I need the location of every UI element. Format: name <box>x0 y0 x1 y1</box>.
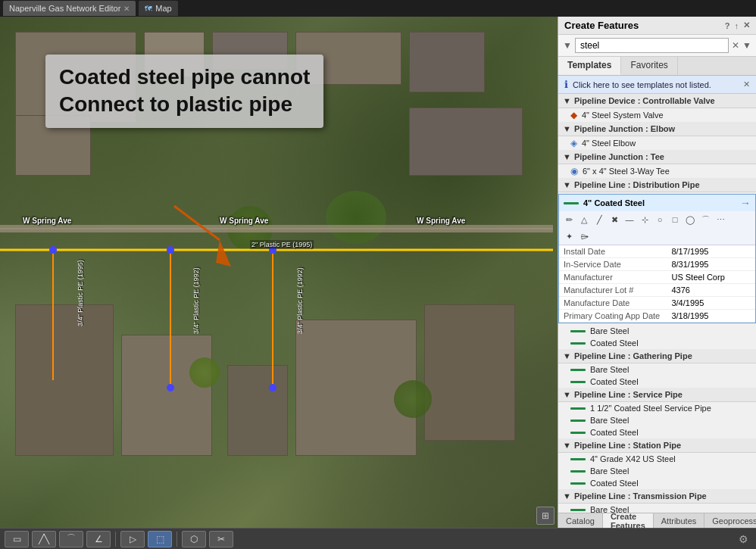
item-label-bare-steel-serv: Bare Steel <box>590 416 629 425</box>
toolbar-triangle[interactable]: △ <box>577 213 591 226</box>
tool-split[interactable]: ✂ <box>209 531 233 547</box>
toolbar-more[interactable]: ⋯ <box>714 213 727 226</box>
attr-row-install-date: Install Date 8/17/1995 <box>559 245 755 258</box>
tab-catalog[interactable]: Catalog <box>558 513 603 528</box>
search-input[interactable] <box>575 38 729 53</box>
toolbar-pencil[interactable]: ✏ <box>562 213 576 226</box>
tool-angle[interactable]: ∠ <box>86 531 111 547</box>
item-coated-steel-service-1-5[interactable]: 1 1/2" Coated Steel Service Pipe <box>558 402 756 414</box>
item-coated-steel-stat[interactable]: Coated Steel <box>558 477 756 489</box>
map-tab[interactable]: 🗺 Map <box>139 1 177 16</box>
map-area[interactable]: 3/4" Plastic PE (1995) 3/4" Plastic PE (… <box>0 17 558 528</box>
line-icon-coated-stat <box>570 482 586 485</box>
tab-geoprocessing[interactable]: Geoprocessing <box>704 513 756 528</box>
toolbar-circle[interactable]: ○ <box>653 213 667 226</box>
attr-label-mfr-date: Manufacture Date <box>559 297 667 310</box>
expanded-header-4in-coated-steel[interactable]: 4" Coated Steel → <box>559 195 755 211</box>
tool-line[interactable]: ╱╲ <box>32 531 56 547</box>
group-label-tee: Pipeline Junction : Tee <box>574 152 664 161</box>
item-label-bare-steel-gath: Bare Steel <box>590 365 629 374</box>
editor-tab[interactable]: Naperville Gas Network Editor ✕ <box>3 1 136 16</box>
item-bare-steel-serv[interactable]: Bare Steel <box>558 414 756 426</box>
item-label-steel-system-valve: 4" Steel System Valve <box>582 111 664 120</box>
toolbar-ellipse[interactable]: ◯ <box>683 213 697 226</box>
item-steel-system-valve[interactable]: ◆ 4" Steel System Valve <box>558 108 756 122</box>
editor-tab-close[interactable]: ✕ <box>123 5 130 13</box>
map-background: 3/4" Plastic PE (1995) 3/4" Plastic PE (… <box>0 17 558 528</box>
toolbar-straight[interactable]: — <box>623 213 636 226</box>
tool-polygon[interactable]: ▭ <box>5 531 29 547</box>
item-bare-steel-gath[interactable]: Bare Steel <box>558 363 756 376</box>
tab-templates[interactable]: Templates <box>558 57 621 75</box>
tool-arrow[interactable]: ▷ <box>120 531 145 547</box>
group-label-gathering: Pipeline Line : Gathering Pipe <box>574 351 692 360</box>
panel-title-text: Create Features <box>564 20 639 31</box>
item-steel-3way-tee[interactable]: ◉ 6" x 4" Steel 3-Way Tee <box>558 164 756 178</box>
tab-favorites[interactable]: Favorites <box>621 57 677 75</box>
item-coated-steel-dist[interactable]: Coated Steel <box>558 337 756 349</box>
clear-search-button[interactable]: ✕ <box>732 40 739 51</box>
toolbar-cross[interactable]: ✖ <box>608 213 621 226</box>
toolbar-slash[interactable]: ╱ <box>592 213 606 226</box>
group-pipeline-line-service[interactable]: ▼ Pipeline Line : Service Pipe <box>558 388 756 402</box>
line-icon-bare-gath <box>570 369 586 371</box>
info-banner-close[interactable]: ✕ <box>743 80 750 89</box>
filter-icon: ▼ <box>563 40 572 51</box>
close-panel-button[interactable]: ✕ <box>743 20 750 30</box>
item-label-coated-steel-dist: Coated Steel <box>590 338 639 348</box>
toolbar-rect[interactable]: □ <box>668 213 682 226</box>
toolbar-endpoint[interactable]: ⌲ <box>577 229 591 243</box>
item-bare-steel-dist[interactable]: Bare Steel <box>558 325 756 337</box>
item-bare-steel-stat[interactable]: Bare Steel <box>558 465 756 477</box>
group-arrow-tee: ▼ <box>563 152 571 161</box>
info-banner[interactable]: ℹ Click here to see templates not listed… <box>558 76 756 94</box>
attr-value-mfr-lot: 4376 <box>667 284 755 297</box>
group-label-distribution: Pipeline Line : Distribution Pipe <box>574 180 700 189</box>
group-pipeline-junction-elbow[interactable]: ▼ Pipeline Junction : Elbow <box>558 122 756 136</box>
attr-row-manufacturer: Manufacturer US Steel Corp <box>559 271 755 284</box>
toolbar-arc[interactable]: ⌒ <box>698 213 712 226</box>
attr-row-mfr-lot: Manufacturer Lot # 4376 <box>559 284 755 297</box>
elbow-icon: ◈ <box>570 138 577 148</box>
item-grade-x42[interactable]: 4" Grade X42 US Steel <box>558 453 756 465</box>
tool-frame[interactable]: ⬚ <box>148 531 172 547</box>
info-banner-text: Click here to see templates not listed. <box>573 80 711 89</box>
line-icon-selected <box>564 202 579 204</box>
warning-line-2: Connect to plastic pipe <box>59 91 310 118</box>
group-pipeline-line-transmission[interactable]: ▼ Pipeline Line : Transmission Pipe <box>558 489 756 504</box>
panel-title-bar: Create Features ? ↑ ✕ <box>558 17 756 35</box>
search-submit-button[interactable]: ▼ <box>742 40 751 51</box>
tool-arc[interactable]: ⌒ <box>59 531 83 547</box>
toolbar-split[interactable]: ⊹ <box>638 213 651 226</box>
bottom-panel-tabs: Catalog Create Features Attributes Geopr… <box>558 513 756 528</box>
item-label-bare-steel-dist: Bare Steel <box>590 326 629 335</box>
tool-edit-vert[interactable]: ⬡ <box>182 531 206 547</box>
group-pipeline-device-control[interactable]: ▼ Pipeline Device : Controllable Valve <box>558 94 756 108</box>
street-label-spring-2: W Spring Ave <box>220 217 268 225</box>
group-arrow-device: ▼ <box>563 96 571 105</box>
tab-create-features[interactable]: Create Features <box>603 513 654 528</box>
map-overlay-button[interactable]: ⊞ <box>536 507 555 525</box>
line-icon-bare-stat <box>570 470 586 473</box>
feature-list[interactable]: ▼ Pipeline Device : Controllable Valve ◆… <box>558 94 756 513</box>
svg-point-7 <box>167 246 174 254</box>
item-steel-elbow[interactable]: ◈ 4" Steel Elbow <box>558 136 756 150</box>
help-button[interactable]: ? <box>725 21 730 30</box>
item-bare-steel-trans[interactable]: Bare Steel <box>558 504 756 513</box>
toolbar-settings-button[interactable]: ⚙ <box>735 531 751 547</box>
group-pipeline-junction-tee[interactable]: ▼ Pipeline Junction : Tee <box>558 150 756 164</box>
expand-arrow-icon[interactable]: → <box>740 197 751 209</box>
item-coated-steel-gath[interactable]: Coated Steel <box>558 376 756 388</box>
attr-label-coating-date: Primary Coating App Date <box>559 310 667 323</box>
line-icon-bare-serv <box>570 420 586 422</box>
group-pipeline-line-station[interactable]: ▼ Pipeline Line : Station Pipe <box>558 438 756 453</box>
group-pipeline-line-distribution[interactable]: ▼ Pipeline Line : Distribution Pipe <box>558 178 756 192</box>
item-coated-steel-serv[interactable]: Coated Steel <box>558 426 756 438</box>
dock-button[interactable]: ↑ <box>735 21 739 30</box>
toolbar-vertex[interactable]: ✦ <box>562 229 576 243</box>
group-pipeline-line-gathering[interactable]: ▼ Pipeline Line : Gathering Pipe <box>558 349 756 363</box>
right-panel: Create Features ? ↑ ✕ ▼ ✕ ▼ Templates Fa… <box>558 17 756 528</box>
attr-label-manufacturer: Manufacturer <box>559 271 667 284</box>
tab-attributes[interactable]: Attributes <box>654 513 704 528</box>
svg-point-6 <box>49 246 57 254</box>
